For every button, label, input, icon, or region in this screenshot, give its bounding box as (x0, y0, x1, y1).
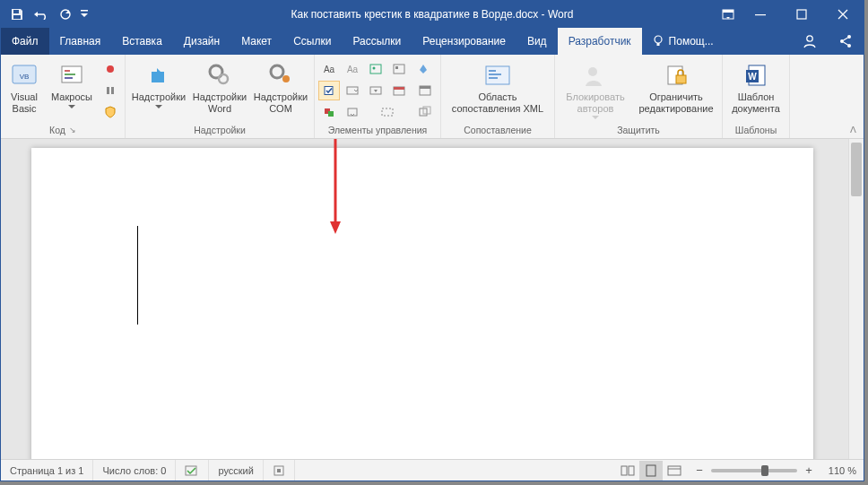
ribbon: VB Visual Basic Макросы Код↘ (1, 55, 864, 139)
ribbon-tabs: Файл Главная Вставка Дизайн Макет Ссылки… (1, 28, 864, 55)
com-addins-button[interactable]: Надстройки COM (251, 57, 310, 114)
proofing-icon (185, 464, 199, 477)
legacy-tools-icon[interactable] (342, 102, 363, 122)
tab-design[interactable]: Дизайн (173, 28, 230, 55)
document-template-button[interactable]: W Шаблон документа (726, 57, 786, 114)
print-layout-icon[interactable] (639, 461, 663, 481)
share-icon[interactable] (828, 33, 864, 49)
zoom-in-button[interactable]: + (803, 463, 815, 477)
save-icon[interactable] (8, 3, 26, 26)
collapse-ribbon-icon[interactable]: ᐱ (846, 123, 860, 136)
macros-icon (57, 61, 86, 90)
svg-rect-61 (629, 466, 634, 475)
tab-home[interactable]: Главная (49, 28, 112, 55)
svg-rect-37 (328, 111, 334, 117)
svg-rect-32 (347, 87, 358, 94)
svg-point-8 (655, 36, 662, 43)
macros-button[interactable]: Макросы (46, 57, 98, 108)
tab-insert[interactable]: Вставка (111, 28, 173, 55)
svg-rect-39 (382, 108, 393, 116)
macro-security-icon[interactable] (100, 102, 121, 122)
word-count[interactable]: Число слов: 0 (93, 460, 176, 481)
addins-button[interactable]: Надстройки (129, 57, 188, 108)
zoom-slider[interactable] (711, 469, 797, 472)
svg-rect-29 (394, 65, 404, 74)
chevron-down-icon (592, 116, 599, 119)
zoom-slider-thumb[interactable] (761, 465, 768, 476)
titlebar: Как поставить крестик в квадратике в Вор… (1, 1, 864, 28)
vertical-scrollbar[interactable] (848, 139, 864, 459)
svg-point-25 (271, 65, 283, 78)
rich-text-control-icon[interactable]: Aa (318, 59, 340, 79)
tab-mailings[interactable]: Рассылки (342, 28, 412, 55)
group-control-icon[interactable] (365, 102, 410, 122)
svg-rect-47 (489, 77, 498, 79)
tell-me-label: Помощ... (669, 35, 714, 48)
svg-point-28 (373, 67, 376, 70)
record-macro-icon[interactable] (100, 59, 121, 79)
tab-review[interactable]: Рецензирование (412, 28, 516, 55)
svg-rect-60 (621, 466, 627, 475)
repeating-section-control-icon[interactable] (318, 102, 340, 122)
minimize-button[interactable] (740, 1, 781, 28)
redo-icon[interactable] (56, 3, 74, 26)
xml-mapping-pane-button[interactable]: Область сопоставления XML (445, 57, 551, 114)
group-code: VB Visual Basic Макросы Код↘ (1, 55, 126, 138)
maximize-button[interactable] (781, 1, 822, 28)
controls-gallery: Aa Aa (318, 57, 410, 122)
tab-file[interactable]: Файл (1, 28, 49, 55)
dropdown-control-icon[interactable] (365, 81, 386, 100)
group-controls-icon[interactable] (413, 102, 437, 122)
read-mode-icon[interactable] (616, 461, 639, 481)
ribbon-display-options-icon[interactable] (716, 1, 740, 28)
svg-rect-18 (65, 74, 75, 75)
zoom-out-button[interactable]: − (693, 463, 706, 477)
checkbox-control-icon[interactable] (318, 81, 340, 100)
restrict-editing-button[interactable]: Ограничить редактирование (634, 57, 718, 114)
visual-basic-button[interactable]: VB Visual Basic (4, 57, 44, 114)
svg-rect-5 (723, 10, 733, 13)
tab-view[interactable]: Вид (516, 28, 558, 55)
design-mode-icon[interactable] (413, 59, 437, 79)
page-count[interactable]: Страница 1 из 1 (1, 460, 93, 481)
tell-me[interactable]: Помощ... (642, 28, 725, 55)
group-controls: Aa Aa Элементы у (315, 55, 441, 138)
building-block-control-icon[interactable] (388, 59, 410, 79)
svg-rect-57 (186, 466, 196, 475)
undo-icon[interactable] (30, 3, 53, 26)
language-status[interactable]: русский (209, 460, 263, 481)
date-picker-control-icon[interactable] (388, 81, 410, 100)
web-layout-icon[interactable] (663, 461, 686, 481)
document-page[interactable] (31, 148, 813, 459)
picture-control-icon[interactable] (365, 59, 386, 79)
combobox-control-icon[interactable] (342, 81, 363, 100)
scrollbar-thumb[interactable] (851, 143, 862, 196)
account-icon[interactable] (792, 33, 828, 49)
lightbulb-icon (653, 35, 664, 48)
text-cursor (137, 226, 138, 325)
status-bar: Страница 1 из 1 Число слов: 0 русский − … (1, 459, 864, 481)
svg-rect-21 (107, 87, 109, 94)
svg-text:VB: VB (20, 73, 30, 81)
proofing-status[interactable] (176, 460, 209, 481)
macro-status[interactable] (264, 460, 295, 481)
plain-text-control-icon[interactable]: Aa (342, 59, 363, 79)
svg-rect-41 (420, 86, 430, 89)
dialog-launcher-icon[interactable]: ↘ (69, 126, 76, 134)
group-mapping: Область сопоставления XML Сопоставление (441, 55, 555, 138)
svg-rect-31 (325, 87, 333, 95)
block-authors-icon (581, 61, 610, 90)
pause-macro-icon[interactable] (100, 81, 121, 100)
svg-rect-27 (370, 65, 381, 74)
zoom-level[interactable]: 110 % (820, 465, 856, 476)
svg-point-24 (219, 74, 228, 83)
tab-layout[interactable]: Макет (230, 28, 282, 55)
word-addins-button[interactable]: Надстройки Word (190, 57, 249, 114)
qat-customize-icon[interactable] (78, 3, 91, 26)
addins-icon (144, 61, 173, 90)
tab-developer[interactable]: Разработчик (558, 28, 642, 55)
close-button[interactable] (822, 1, 864, 28)
tab-references[interactable]: Ссылки (282, 28, 342, 55)
document-area[interactable] (1, 139, 864, 459)
properties-icon[interactable] (413, 81, 437, 100)
